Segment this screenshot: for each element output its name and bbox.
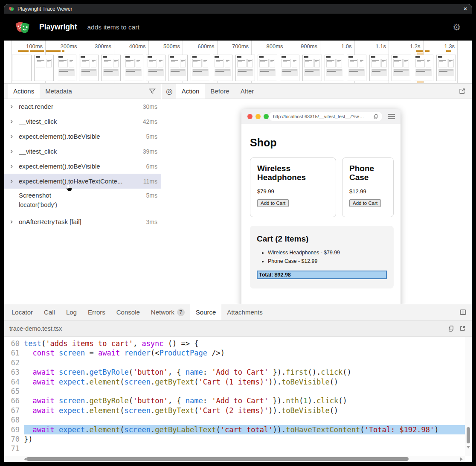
- timeline-thumbnail[interactable]: [436, 55, 456, 81]
- browser-menu-icon[interactable]: [388, 114, 395, 119]
- chevron-right-icon[interactable]: [9, 134, 19, 140]
- action-label: Screenshot: [19, 192, 51, 199]
- tab-errors[interactable]: Errors: [82, 304, 111, 320]
- copy-source-icon[interactable]: [448, 325, 454, 332]
- code-line: 62: [4, 358, 472, 367]
- action-duration: 5ms: [143, 192, 157, 199]
- open-external-icon[interactable]: [459, 87, 466, 96]
- copy-url-icon[interactable]: [373, 114, 378, 119]
- code-line: 65: [4, 387, 472, 396]
- action-row[interactable]: onAfterRetryTask [fail]3ms: [4, 214, 161, 229]
- tab-action[interactable]: Action: [176, 84, 205, 99]
- add-to-cart-button[interactable]: Add to Cart: [257, 199, 289, 207]
- product-name: Wireless Headphones: [257, 164, 329, 182]
- tab-network[interactable]: Network7: [145, 304, 190, 320]
- tab-before[interactable]: Before: [205, 84, 235, 99]
- timeline-thumbnail[interactable]: [12, 55, 32, 81]
- chevron-right-icon[interactable]: [9, 119, 19, 125]
- code-text: [24, 387, 465, 396]
- tab-locator[interactable]: Locator: [6, 304, 38, 320]
- action-row[interactable]: expect.element().toBeVisible5ms: [4, 129, 161, 144]
- tab-call[interactable]: Call: [38, 304, 61, 320]
- code-text: await screen.getByRole('button', { name:…: [24, 367, 465, 377]
- add-to-cart-button[interactable]: Add to Cart: [349, 199, 381, 207]
- timeline-thumbnail[interactable]: [146, 55, 165, 81]
- close-icon[interactable]: ✕: [463, 6, 467, 12]
- action-row[interactable]: expect.element().toHaveTextConte...11ms: [4, 174, 161, 189]
- trace-viewer-window: Playwright Trace Viewer ✕ Playwright add…: [4, 4, 472, 462]
- timeline-thumbnail[interactable]: [191, 55, 210, 81]
- product-price: $12.99: [349, 188, 386, 195]
- filter-icon[interactable]: [149, 88, 156, 95]
- tab-metadata[interactable]: Metadata: [40, 84, 78, 99]
- chevron-right-icon[interactable]: [9, 219, 19, 225]
- line-number: 69: [4, 425, 20, 434]
- target-icon[interactable]: ◎: [166, 87, 173, 96]
- open-source-external-icon[interactable]: [459, 325, 466, 332]
- timeline-thumbnail[interactable]: [347, 55, 366, 81]
- timeline-thumbnail[interactable]: [280, 55, 299, 81]
- line-number: 66: [4, 396, 20, 405]
- cart-section: Cart (2 items) Wireless Headphones - $79…: [250, 226, 394, 288]
- timeline-thumbnail[interactable]: [79, 55, 99, 81]
- browser-dot-green: [264, 114, 269, 119]
- timeline-thumbnail[interactable]: [213, 55, 232, 81]
- timeline-action-bar: [62, 50, 64, 52]
- tab-console[interactable]: Console: [111, 304, 145, 320]
- timeline-thumbnail[interactable]: [235, 55, 255, 81]
- action-row[interactable]: __vitest_click42ms: [4, 114, 161, 129]
- timeline-tick-label: 900ms: [286, 43, 317, 50]
- timeline-thumbnail[interactable]: [392, 55, 411, 81]
- timeline-tick-label: 500ms: [148, 43, 180, 50]
- action-row[interactable]: expect.element().toBeVisible6ms: [4, 159, 161, 174]
- action-row[interactable]: Screenshot5mslocator('body'): [4, 189, 161, 214]
- horizontal-scrollbar-thumb[interactable]: [26, 457, 409, 461]
- scroll-down-arrow-icon[interactable]: [467, 446, 470, 449]
- action-label: __vitest_click: [19, 118, 57, 125]
- vertical-scrollbar-thumb[interactable]: [467, 427, 470, 443]
- tab-label: Metadata: [45, 87, 72, 95]
- shop-heading: Shop: [250, 137, 394, 149]
- action-row[interactable]: __vitest_click39ms: [4, 144, 161, 159]
- chevron-right-icon[interactable]: [9, 178, 19, 184]
- action-duration: 11ms: [140, 178, 157, 185]
- vertical-scrollbar[interactable]: [465, 337, 472, 456]
- timeline-thumbnail[interactable]: [101, 55, 121, 81]
- timeline-action-bar: [425, 50, 430, 52]
- tab-label: Attachments: [227, 309, 262, 316]
- snapshot-browser: http://localhost:63315/__vitest_test__/?…: [241, 109, 401, 304]
- timeline-gridline: [457, 41, 458, 83]
- code-text: }): [24, 434, 465, 444]
- action-duration: 3ms: [143, 218, 157, 225]
- cart-item: Phone Case - $12.99: [268, 257, 387, 266]
- line-number: 62: [4, 358, 20, 367]
- timeline-tick-label: 200ms: [46, 43, 77, 50]
- chevron-right-icon[interactable]: [9, 163, 19, 169]
- timeline-thumbnail[interactable]: [302, 55, 322, 81]
- tab-source[interactable]: Source: [190, 304, 222, 320]
- chevron-right-icon[interactable]: [9, 104, 19, 110]
- timeline-thumbnail[interactable]: [369, 55, 389, 81]
- tab-after[interactable]: After: [235, 84, 260, 99]
- chevron-right-icon[interactable]: [9, 149, 19, 154]
- timeline-thumbnail[interactable]: [258, 55, 277, 81]
- split-view-icon[interactable]: [459, 309, 467, 316]
- timeline-thumbnail[interactable]: [414, 55, 433, 81]
- tab-log[interactable]: Log: [61, 304, 82, 320]
- address-bar[interactable]: http://localhost:63315/__vitest_test__/?…: [269, 112, 382, 121]
- tab-actions[interactable]: Actions: [8, 84, 40, 99]
- timeline-thumbnail[interactable]: [124, 55, 143, 81]
- horizontal-scrollbar[interactable]: [4, 456, 465, 462]
- code-text: const screen = await render(<ProductPage…: [24, 348, 465, 358]
- timeline-thumbnail[interactable]: [57, 55, 76, 81]
- tab-attachments[interactable]: Attachments: [221, 304, 268, 320]
- action-row[interactable]: react.render30ms: [4, 99, 161, 114]
- gear-icon[interactable]: ⚙: [453, 22, 461, 32]
- timeline-thumbnail[interactable]: [168, 55, 188, 81]
- source-file-name: trace-demo.test.tsx: [9, 325, 62, 332]
- scroll-right-arrow-icon[interactable]: [460, 457, 463, 461]
- timeline[interactable]: 100ms200ms300ms400ms500ms600ms700ms800ms…: [4, 41, 472, 84]
- timeline-thumbnail[interactable]: [325, 55, 344, 81]
- product-cards: Wireless Headphones$79.99Add to CartPhon…: [250, 157, 394, 217]
- timeline-thumbnail[interactable]: [34, 55, 54, 81]
